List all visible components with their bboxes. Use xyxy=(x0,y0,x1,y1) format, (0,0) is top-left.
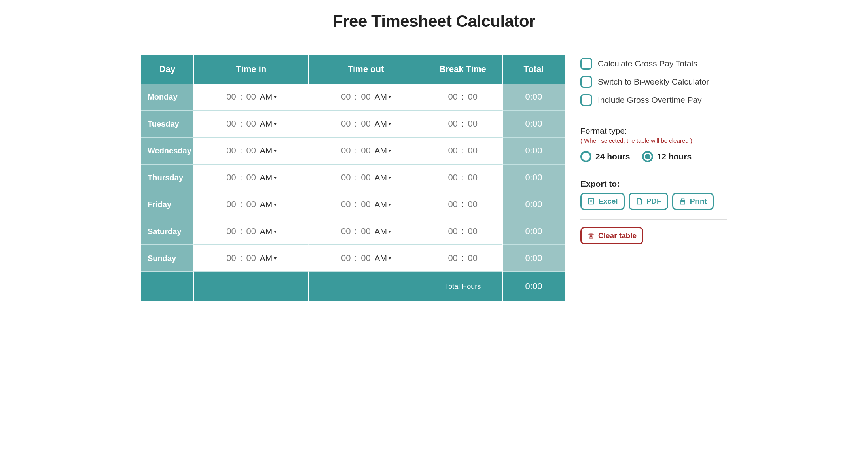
time-in-ampm-select[interactable]: AM▾ xyxy=(260,173,277,182)
time-in-minute[interactable]: 00 xyxy=(246,92,257,102)
time-out-cell: 00:00AM▾ xyxy=(309,245,424,272)
format-title: Format type: xyxy=(580,126,727,136)
day-name: Tuesday xyxy=(141,111,194,138)
checkbox-overtime[interactable]: Include Gross Overtime Pay xyxy=(580,91,727,109)
break-minute[interactable]: 00 xyxy=(467,146,478,156)
day-name: Thursday xyxy=(141,165,194,191)
checkbox-label: Include Gross Overtime Pay xyxy=(598,95,702,105)
time-in-ampm-select[interactable]: AM▾ xyxy=(260,119,277,129)
time-in-cell: 00:00AM▾ xyxy=(194,218,309,245)
radio-icon xyxy=(580,151,591,162)
break-hour[interactable]: 00 xyxy=(447,199,459,210)
table-row: Monday00:00AM▾00:00AM▾00:000:00 xyxy=(141,84,565,111)
time-out-ampm-select[interactable]: AM▾ xyxy=(374,254,391,263)
radio-24-hours[interactable]: 24 hours xyxy=(580,151,630,162)
time-in-minute[interactable]: 00 xyxy=(246,172,257,183)
break-cell: 00:00 xyxy=(423,84,503,111)
time-out-hour[interactable]: 00 xyxy=(340,253,351,263)
time-in-ampm-select[interactable]: AM▾ xyxy=(260,227,277,236)
time-in-cell: 00:00AM▾ xyxy=(194,138,309,165)
time-out-ampm-select[interactable]: AM▾ xyxy=(374,227,391,236)
radio-12-hours[interactable]: 12 hours xyxy=(642,151,692,162)
break-minute[interactable]: 00 xyxy=(467,92,478,102)
time-in-ampm-select[interactable]: AM▾ xyxy=(260,200,277,209)
break-minute[interactable]: 00 xyxy=(467,119,478,129)
time-out-hour[interactable]: 00 xyxy=(340,199,351,210)
checkbox-biweekly[interactable]: Switch to Bi-weekly Calculator xyxy=(580,73,727,91)
break-minute[interactable]: 00 xyxy=(467,199,478,210)
break-minute[interactable]: 00 xyxy=(467,226,478,236)
time-out-minute[interactable]: 00 xyxy=(360,226,371,236)
time-out-ampm-select[interactable]: AM▾ xyxy=(374,146,391,155)
divider xyxy=(580,219,727,220)
time-out-ampm-select[interactable]: AM▾ xyxy=(374,200,391,209)
colon: : xyxy=(240,199,243,210)
time-in-hour[interactable]: 00 xyxy=(226,92,237,102)
col-day: Day xyxy=(141,55,194,84)
break-hour[interactable]: 00 xyxy=(447,146,459,156)
colon: : xyxy=(354,146,357,156)
time-out-cell: 00:00AM▾ xyxy=(309,84,424,111)
timesheet-table-wrap: Day Time in Time out Break Time Total Mo… xyxy=(141,55,565,301)
time-out-minute[interactable]: 00 xyxy=(360,199,371,210)
export-excel-button[interactable]: Excel xyxy=(580,193,625,210)
time-out-minute[interactable]: 00 xyxy=(360,146,371,156)
excel-icon xyxy=(587,197,595,205)
time-in-hour[interactable]: 00 xyxy=(226,172,237,183)
time-in-ampm-select[interactable]: AM▾ xyxy=(260,92,277,102)
time-out-minute[interactable]: 00 xyxy=(360,92,371,102)
colon: : xyxy=(462,226,464,236)
time-in-minute[interactable]: 00 xyxy=(246,119,257,129)
break-hour[interactable]: 00 xyxy=(447,92,459,102)
break-hour[interactable]: 00 xyxy=(447,172,459,183)
colon: : xyxy=(354,226,357,236)
chevron-down-icon: ▾ xyxy=(274,228,277,235)
time-in-minute[interactable]: 00 xyxy=(246,226,257,236)
colon: : xyxy=(240,119,243,129)
break-hour[interactable]: 00 xyxy=(447,226,459,236)
checkbox-label: Switch to Bi-weekly Calculator xyxy=(598,77,709,87)
total-hours-value: 0:00 xyxy=(503,272,565,301)
time-out-hour[interactable]: 00 xyxy=(340,226,351,236)
break-minute[interactable]: 00 xyxy=(467,253,478,263)
checkbox-icon xyxy=(580,76,592,88)
time-in-minute[interactable]: 00 xyxy=(246,146,257,156)
time-in-ampm-select[interactable]: AM▾ xyxy=(260,254,277,263)
time-out-minute[interactable]: 00 xyxy=(360,172,371,183)
time-out-ampm-select[interactable]: AM▾ xyxy=(374,92,391,102)
radio-label: 12 hours xyxy=(657,152,692,161)
col-total: Total xyxy=(503,55,565,84)
time-in-hour[interactable]: 00 xyxy=(226,226,237,236)
time-out-cell: 00:00AM▾ xyxy=(309,191,424,218)
time-in-hour[interactable]: 00 xyxy=(226,146,237,156)
time-in-cell: 00:00AM▾ xyxy=(194,111,309,138)
time-out-ampm-select[interactable]: AM▾ xyxy=(374,173,391,182)
time-out-hour[interactable]: 00 xyxy=(340,119,351,129)
time-in-hour[interactable]: 00 xyxy=(226,199,237,210)
export-print-button[interactable]: Print xyxy=(672,193,714,210)
time-out-minute[interactable]: 00 xyxy=(360,253,371,263)
time-in-ampm-select[interactable]: AM▾ xyxy=(260,146,277,155)
row-total: 0:00 xyxy=(503,138,565,165)
svg-rect-1 xyxy=(681,202,685,204)
page-title: Free Timesheet Calculator xyxy=(141,12,727,31)
time-in-hour[interactable]: 00 xyxy=(226,119,237,129)
time-out-minute[interactable]: 00 xyxy=(360,119,371,129)
time-out-hour[interactable]: 00 xyxy=(340,146,351,156)
break-hour[interactable]: 00 xyxy=(447,253,459,263)
break-minute[interactable]: 00 xyxy=(467,172,478,183)
chevron-down-icon: ▾ xyxy=(389,255,391,261)
time-in-hour[interactable]: 00 xyxy=(226,253,237,263)
break-hour[interactable]: 00 xyxy=(447,119,459,129)
time-in-minute[interactable]: 00 xyxy=(246,253,257,263)
colon: : xyxy=(462,146,464,156)
time-out-hour[interactable]: 00 xyxy=(340,92,351,102)
checkbox-gross-pay[interactable]: Calculate Gross Pay Totals xyxy=(580,55,727,73)
checkbox-label: Calculate Gross Pay Totals xyxy=(598,59,697,68)
time-in-minute[interactable]: 00 xyxy=(246,199,257,210)
export-pdf-button[interactable]: PDF xyxy=(629,193,668,210)
time-out-ampm-select[interactable]: AM▾ xyxy=(374,119,391,129)
row-total: 0:00 xyxy=(503,165,565,191)
clear-table-button[interactable]: Clear table xyxy=(580,227,643,244)
time-out-hour[interactable]: 00 xyxy=(340,172,351,183)
